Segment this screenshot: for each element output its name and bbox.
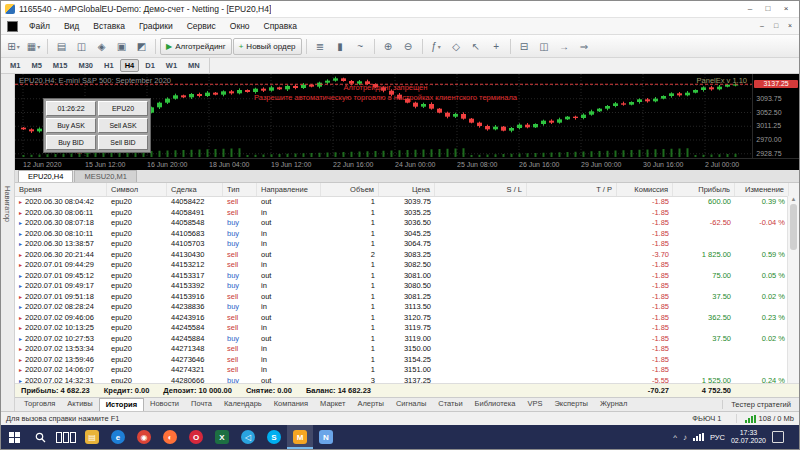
timeframe-mn[interactable]: MN <box>183 59 205 72</box>
autoscroll-button[interactable]: → <box>555 37 574 56</box>
tray-volume-icon[interactable]: ♪ <box>683 433 687 442</box>
history-row[interactable]: ▸2020.07.02 10:27:53epu2044245884buyout1… <box>15 334 799 345</box>
sell-ask-button[interactable]: Sell ASK <box>98 118 148 133</box>
zoom-out-button[interactable]: ⊖ <box>399 37 418 56</box>
task-view-button[interactable] <box>53 425 79 449</box>
scroll-up-icon[interactable]: ▲ <box>791 196 797 202</box>
toolbox-tab-13[interactable]: Эксперты <box>548 398 594 411</box>
taskbar-file-explorer[interactable]: ▤ <box>79 425 105 449</box>
menu-item-6[interactable]: Справка <box>257 19 304 34</box>
line-chart-button[interactable]: ~ <box>351 37 370 56</box>
history-col-header-11[interactable]: Изменение <box>735 183 789 196</box>
table-scrollbar[interactable]: ▲ <box>787 196 799 383</box>
chart-tab-0[interactable]: EPU20,H4 <box>18 170 73 182</box>
new-chart-button[interactable]: ⊞▾ <box>4 37 23 56</box>
toolbox-tab-8[interactable]: Алерты <box>351 398 389 411</box>
history-row[interactable]: ▸2020.06.30 08:06:11epu2044058491sellin1… <box>15 208 799 219</box>
time-axis[interactable]: 12 Jun 202015 Jun 12:0016 Jun 20:0018 Ju… <box>15 158 799 170</box>
timeframe-m1[interactable]: M1 <box>5 59 25 72</box>
data-window-button[interactable]: ◫ <box>72 37 91 56</box>
history-row[interactable]: ▸2020.07.02 10:13:25epu2044245584sellin1… <box>15 323 799 334</box>
history-col-header-2[interactable]: Сделка <box>167 183 223 196</box>
language-indicator[interactable]: РУС <box>710 433 725 442</box>
mdi-close-button[interactable]: × <box>783 19 797 33</box>
history-col-header-0[interactable]: Время <box>15 183 107 196</box>
toolbox-tab-14[interactable]: Журнал <box>594 398 633 411</box>
buy-ask-button[interactable]: Buy ASK <box>46 118 96 133</box>
toolbox-tab-11[interactable]: Библиотека <box>469 398 522 411</box>
taskbar-firefox-browser[interactable]: ◐ <box>157 425 183 449</box>
toolbox-tab-2[interactable]: История <box>99 398 144 411</box>
history-col-header-5[interactable]: Объем <box>321 183 379 196</box>
toolbox-tab-9[interactable]: Сигналы <box>390 398 432 411</box>
objects-button[interactable]: ◇ <box>447 37 466 56</box>
start-button[interactable] <box>1 425 27 449</box>
menu-item-5[interactable]: Окно <box>223 19 257 34</box>
chart-shift-button[interactable]: ⇒ <box>575 37 594 56</box>
algo-trading-button[interactable]: ▶ Алготрейдинг <box>160 38 232 55</box>
timeframe-m15[interactable]: M15 <box>48 59 73 72</box>
toolbox-tab-5[interactable]: Календарь <box>218 398 268 411</box>
navigator-button[interactable]: ◈ <box>92 37 111 56</box>
toolbox-tab-7[interactable]: Маркет <box>314 398 351 411</box>
history-row[interactable]: ▸2020.07.02 08:28:24epu2044238836buyin13… <box>15 302 799 313</box>
history-row[interactable]: ▸2020.07.02 13:59:46epu2044273646sellin1… <box>15 355 799 366</box>
history-col-header-1[interactable]: Символ <box>107 183 167 196</box>
toolbox-tab-3[interactable]: Новости <box>144 398 185 411</box>
timeframe-h1[interactable]: H1 <box>99 59 119 72</box>
status-profile[interactable]: ФЬЮЧ 1 <box>678 414 735 423</box>
history-col-header-6[interactable]: Цена <box>379 183 435 196</box>
chart-area[interactable]: EPU20,H4: E-mini S&P 500: September 2020… <box>15 74 799 170</box>
market-watch-button[interactable]: ▤ <box>52 37 71 56</box>
timeframe-m5[interactable]: M5 <box>26 59 46 72</box>
toolbox-tab-10[interactable]: Статьи <box>432 398 468 411</box>
taskbar-skype[interactable]: S <box>261 425 287 449</box>
new-order-button[interactable]: + Новый ордер <box>233 38 302 55</box>
minimize-button[interactable]: – <box>741 2 759 16</box>
history-row[interactable]: ▸2020.07.01 09:51:18epu2044153916sellout… <box>15 292 799 303</box>
bars-chart-button[interactable]: ≣ <box>311 37 330 56</box>
history-col-header-4[interactable]: Направление <box>257 183 321 196</box>
indicators-button[interactable]: ƒ▾ <box>427 37 446 56</box>
menu-item-3[interactable]: Графики <box>132 19 180 34</box>
mdi-minimize-button[interactable]: – <box>755 19 769 33</box>
tray-chevron-icon[interactable]: ^ <box>673 433 677 442</box>
cascade-windows-button[interactable]: ◫ <box>535 37 554 56</box>
panel-symbol-button[interactable]: EPU20 <box>98 101 148 116</box>
history-row[interactable]: ▸2020.07.02 14:06:07epu2044274321sellin1… <box>15 365 799 376</box>
history-col-header-8[interactable]: T / P <box>527 183 617 196</box>
timeframe-h4[interactable]: H4 <box>120 59 140 72</box>
history-row[interactable]: ▸2020.06.30 13:38:57epu2044105703buyin13… <box>15 239 799 250</box>
taskbar-edge-browser[interactable]: e <box>105 425 131 449</box>
mdi-restore-button[interactable]: □ <box>769 19 783 33</box>
candles-chart-button[interactable]: ▮ <box>331 37 350 56</box>
history-row[interactable]: ▸2020.06.30 08:07:18epu2044058548buyout1… <box>15 218 799 229</box>
connection-status[interactable]: 108 / 0 Mb <box>736 414 794 423</box>
navigator-dock-tab[interactable]: Навигатор <box>3 186 12 222</box>
history-row[interactable]: ▸2020.06.30 20:21:44epu2044130430sellout… <box>15 250 799 261</box>
history-col-header-10[interactable]: Прибыль <box>673 183 735 196</box>
history-row[interactable]: ▸2020.07.01 09:44:29epu2044153212sellin1… <box>15 260 799 271</box>
search-button[interactable] <box>27 425 53 449</box>
tray-network-icon[interactable] <box>693 433 704 441</box>
taskbar-clock[interactable]: 17:33 02.07.2020 <box>731 429 766 446</box>
sell-bid-button[interactable]: Sell BID <box>98 135 148 150</box>
close-button[interactable]: × <box>777 2 795 16</box>
history-row[interactable]: ▸2020.07.01 09:49:17epu2044153392buyin13… <box>15 281 799 292</box>
toolbox-tab-1[interactable]: Активы <box>61 398 98 411</box>
buy-bid-button[interactable]: Buy BID <box>46 135 96 150</box>
tile-windows-button[interactable]: ⊟ <box>515 37 534 56</box>
history-header-row[interactable]: ВремяСимволСделкаТипНаправлениеОбъемЦена… <box>15 183 799 197</box>
price-axis[interactable]: 3135.003093.753052.503011.252970.002928.… <box>752 74 799 158</box>
timeframe-w1[interactable]: W1 <box>161 59 182 72</box>
history-row[interactable]: ▸2020.07.01 09:45:12epu2044153317buyout1… <box>15 271 799 282</box>
timeframe-d1[interactable]: D1 <box>140 59 160 72</box>
toolbox-tab-4[interactable]: Почта <box>185 398 218 411</box>
taskbar-telegram[interactable]: ◁ <box>235 425 261 449</box>
history-row[interactable]: ▸2020.06.30 08:10:11epu2044105683buyin13… <box>15 229 799 240</box>
menu-item-4[interactable]: Сервис <box>180 19 223 34</box>
strategy-tester-button[interactable]: ◩ <box>132 37 151 56</box>
profiles-button[interactable]: ▦▾ <box>24 37 43 56</box>
cursor-button[interactable]: ↖ <box>467 37 486 56</box>
maximize-button[interactable]: □ <box>759 2 777 16</box>
